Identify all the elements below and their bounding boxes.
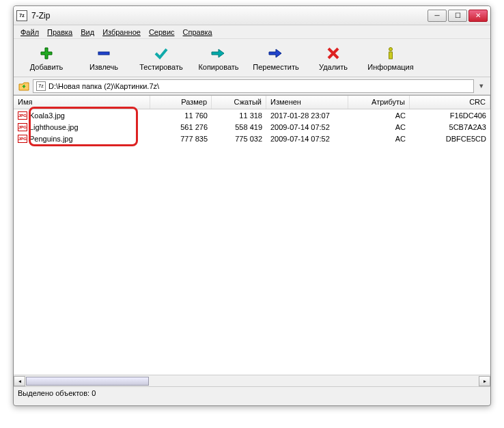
minimize-button[interactable]: ─ [428,10,447,22]
menubar: Файл Правка Вид Избранное Сервис Справка [14,25,490,39]
menu-edit[interactable]: Правка [43,27,76,38]
archive-icon: 7z [36,81,46,91]
col-attributes[interactable]: Атрибуты [348,96,410,109]
col-modified[interactable]: Изменен [266,96,348,109]
svg-rect-2 [389,52,393,59]
svg-point-1 [389,47,393,51]
add-button[interactable]: Добавить [19,41,74,75]
col-size[interactable]: Размер [150,96,212,109]
info-icon [384,45,397,62]
toolbar: Добавить Извлечь Тестировать Копировать … [14,39,490,77]
svg-rect-0 [98,52,109,55]
menu-view[interactable]: Вид [76,27,98,38]
close-button[interactable]: ✕ [468,10,488,22]
minus-icon [97,45,111,62]
delete-button[interactable]: Удалить [306,41,361,75]
test-button[interactable]: Тестировать [134,41,188,75]
arrow-right-icon [268,45,284,62]
app-window: 7z 7-Zip ─ ☐ ✕ Файл Правка Вид Избранное… [13,5,491,406]
jpg-file-icon: JPG [18,123,27,131]
window-title: 7-Zip [31,11,428,21]
address-bar: 7z D:\Новая папка (2)\Картинки.7z\ ▾ [14,77,490,95]
menu-favorites[interactable]: Избранное [98,27,145,38]
col-name[interactable]: Имя [14,96,150,109]
menu-tools[interactable]: Сервис [145,27,179,38]
table-row[interactable]: JPGLighthouse.jpg 561 276 558 419 2009-0… [14,121,490,133]
file-rows: JPGKoala3.jpg 11 760 11 318 2017-01-28 2… [14,109,490,144]
menu-help[interactable]: Справка [179,27,216,38]
checkmark-icon [154,45,168,62]
jpg-file-icon: JPG [18,111,27,120]
file-list: Имя Размер Сжатый Изменен Атрибуты CRC J… [14,95,490,386]
column-headers: Имя Размер Сжатый Изменен Атрибуты CRC [14,96,490,109]
maximize-button[interactable]: ☐ [448,10,467,22]
path-input[interactable]: 7z D:\Новая папка (2)\Картинки.7z\ [33,79,474,93]
col-packed[interactable]: Сжатый [212,96,266,109]
x-icon [326,45,340,62]
copy-button[interactable]: Копировать [191,41,246,75]
statusbar: Выделено объектов: 0 [14,386,490,400]
menu-file[interactable]: Файл [16,27,43,38]
path-text: D:\Новая папка (2)\Картинки.7z\ [48,82,159,90]
col-crc[interactable]: CRC [410,96,490,109]
up-folder-icon[interactable] [18,80,30,92]
table-row[interactable]: JPGKoala3.jpg 11 760 11 318 2017-01-28 2… [14,109,490,121]
move-button[interactable]: Переместить [249,41,303,75]
chevron-down-icon[interactable]: ▾ [477,81,486,90]
horizontal-scrollbar[interactable]: ◂ ▸ [14,375,490,386]
extract-button[interactable]: Извлечь [76,41,131,75]
plus-icon [40,45,53,62]
scroll-right-icon[interactable]: ▸ [479,376,490,386]
jpg-file-icon: JPG [18,135,27,143]
arrow-right-double-icon [210,45,227,62]
status-text: Выделено объектов: 0 [18,389,96,397]
scroll-thumb[interactable] [26,377,149,386]
titlebar[interactable]: 7z 7-Zip ─ ☐ ✕ [14,6,490,25]
app-icon: 7z [16,10,27,21]
scroll-left-icon[interactable]: ◂ [14,376,25,386]
info-button[interactable]: Информация [363,41,418,75]
table-row[interactable]: JPGPenguins.jpg 777 835 775 032 2009-07-… [14,133,490,144]
